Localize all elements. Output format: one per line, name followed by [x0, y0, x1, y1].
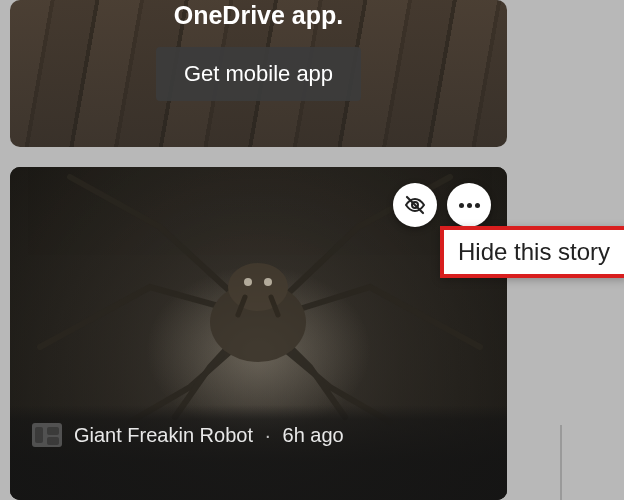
onedrive-promo-card: OneDrive app. Get mobile app	[10, 0, 507, 147]
hide-icon	[403, 193, 427, 217]
story-meta: Giant Freakin Robot · 6h ago	[32, 423, 485, 447]
svg-point-2	[244, 278, 252, 286]
publisher-icon	[32, 423, 62, 447]
promo-line-text: OneDrive app.	[174, 1, 344, 29]
svg-point-1	[228, 263, 288, 311]
hide-story-tooltip: Hide this story	[440, 226, 624, 278]
story-action-buttons	[393, 183, 491, 227]
news-story-card[interactable]: Giant Freakin Robot · 6h ago	[10, 167, 507, 500]
hide-story-button[interactable]	[393, 183, 437, 227]
story-info-overlay: Giant Freakin Robot · 6h ago	[10, 405, 507, 500]
more-options-button[interactable]	[447, 183, 491, 227]
story-timestamp: 6h ago	[283, 424, 344, 447]
get-mobile-app-button[interactable]: Get mobile app	[156, 47, 361, 101]
tooltip-text: Hide this story	[458, 238, 610, 265]
promo-text: OneDrive app.	[174, 0, 344, 31]
svg-point-3	[264, 278, 272, 286]
scrollbar-track[interactable]	[560, 425, 562, 500]
more-icon	[459, 203, 480, 208]
publisher-name: Giant Freakin Robot	[74, 424, 253, 447]
meta-separator: ·	[265, 424, 271, 447]
